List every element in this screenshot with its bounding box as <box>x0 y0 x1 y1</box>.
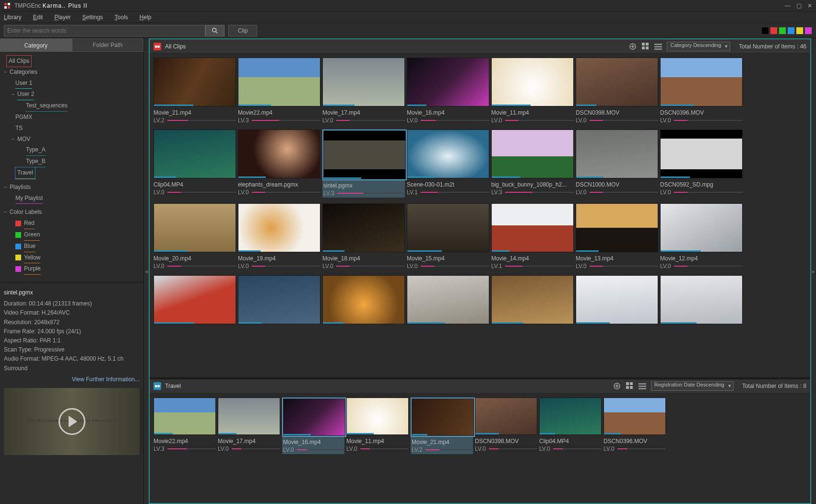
clip-item[interactable]: Movie_16.mp4LV.0 <box>407 58 489 124</box>
clip-thumbnail[interactable] <box>491 58 574 106</box>
clip-item[interactable]: Movie_16.mp4LV.0 <box>282 398 344 454</box>
tree-pgmx[interactable]: PGMX <box>15 112 32 123</box>
left-splitter[interactable]: ◂ <box>144 38 149 504</box>
clip-thumbnail[interactable] <box>491 203 574 252</box>
tree-categories[interactable]: Categories <box>10 67 37 78</box>
clip-thumbnail[interactable] <box>412 399 474 436</box>
tree-user2[interactable]: User 2 <box>17 89 34 100</box>
clip-thumbnail[interactable] <box>238 275 320 324</box>
clip-thumbnail[interactable] <box>238 203 320 252</box>
tree-test-seq[interactable]: Test_sequences <box>26 100 68 112</box>
mode-clip-button[interactable]: Clip <box>228 25 257 36</box>
clip-thumbnail[interactable] <box>322 203 405 252</box>
tree-user1[interactable]: User 1 <box>15 78 32 89</box>
list-view-icon-lower[interactable] <box>639 382 646 390</box>
clip-item[interactable] <box>322 275 405 324</box>
clip-thumbnail[interactable] <box>407 129 489 178</box>
clip-item[interactable]: DSCN0396.MOVLV.0 <box>660 58 743 124</box>
tree-type-b[interactable]: Type_B <box>26 156 46 167</box>
tree-yellow[interactable]: Yellow <box>24 252 40 264</box>
tree-playlists[interactable]: Playlists <box>10 182 31 193</box>
minimize-button[interactable]: — <box>785 2 791 9</box>
clip-item[interactable]: Movie_11.mp4LV.0 <box>346 398 409 454</box>
tree-travel[interactable]: Travel <box>15 167 35 179</box>
clip-thumbnail[interactable] <box>576 58 658 106</box>
menu-library[interactable]: Library <box>4 14 22 21</box>
menu-player[interactable]: Player <box>54 14 71 21</box>
clip-thumbnail[interactable] <box>491 129 574 178</box>
clip-thumbnail[interactable] <box>322 275 405 324</box>
clip-thumbnail[interactable] <box>660 203 743 252</box>
add-button[interactable] <box>628 42 637 51</box>
clip-item[interactable]: Movie_15.mp4LV.0 <box>407 203 489 270</box>
menu-settings[interactable]: Settings <box>82 14 103 21</box>
add-button-lower[interactable] <box>613 382 621 390</box>
clip-thumbnail[interactable] <box>576 203 658 252</box>
clip-item[interactable]: Movie_17.mp4LV.0 <box>322 58 405 124</box>
clip-thumbnail[interactable] <box>603 398 666 435</box>
clip-thumbnail[interactable] <box>475 398 537 435</box>
clip-thumbnail[interactable] <box>322 58 405 106</box>
grid-view-icon-lower[interactable] <box>626 382 634 390</box>
clip-item[interactable]: Movie_19.mp4LV.0 <box>238 203 320 270</box>
clip-item[interactable]: Movie_21.mp4LV.2 <box>154 58 236 124</box>
tree-green[interactable]: Green <box>24 229 40 241</box>
color-filter-0[interactable] <box>761 27 769 35</box>
clip-item[interactable]: big_buck_bunny_1080p_h2...LV.3 <box>491 129 574 198</box>
clip-item[interactable]: Clip04.MP4LV.0 <box>539 398 602 454</box>
right-splitter[interactable]: ▸ <box>811 38 816 504</box>
tree-my-playlist[interactable]: My Playlist <box>15 193 43 204</box>
tab-folder-path[interactable]: Folder Path <box>72 38 144 52</box>
clip-item[interactable]: DSCN0396.MOVLV.0 <box>603 398 666 454</box>
tree-type-a[interactable]: Type_A <box>26 144 46 156</box>
color-filter-4[interactable] <box>796 27 804 35</box>
clip-item[interactable]: elephants_dream.pgmxLV.0 <box>238 129 320 198</box>
tree-purple[interactable]: Purple <box>24 263 41 275</box>
clip-thumbnail[interactable] <box>154 58 236 106</box>
color-filter-3[interactable] <box>787 27 795 35</box>
clip-thumbnail[interactable] <box>539 398 602 435</box>
clip-thumbnail[interactable] <box>238 58 320 106</box>
tree-red[interactable]: Red <box>24 218 35 229</box>
clip-thumbnail[interactable] <box>154 398 216 435</box>
sort-dropdown-upper[interactable]: Category Descending <box>667 42 730 51</box>
clip-item[interactable] <box>407 275 489 324</box>
clip-thumbnail[interactable] <box>576 275 658 324</box>
tab-category[interactable]: Category <box>0 38 72 52</box>
clip-item[interactable]: DSCN0592_SD.mpgLV.0 <box>660 129 743 198</box>
clip-item[interactable] <box>154 275 236 324</box>
clip-thumbnail[interactable] <box>660 129 743 178</box>
search-button[interactable] <box>205 25 225 36</box>
sort-dropdown-lower[interactable]: Registration Date Descending <box>651 381 733 391</box>
clip-thumbnail[interactable] <box>407 203 489 252</box>
maximize-button[interactable]: ▢ <box>796 2 802 9</box>
clip-thumbnail[interactable] <box>660 58 743 106</box>
clip-item[interactable]: Movie_17.mp4LV.0 <box>218 398 280 454</box>
tree-mov[interactable]: MOV <box>17 134 30 145</box>
play-button[interactable] <box>59 408 85 435</box>
clip-thumbnail[interactable] <box>346 398 409 435</box>
clip-item[interactable]: DSCN0398.MOVLV.0 <box>475 398 537 454</box>
color-filter-5[interactable] <box>804 27 812 35</box>
tree-blue[interactable]: Blue <box>24 241 35 252</box>
clip-item[interactable]: Movie22.mp4LV.3 <box>154 398 216 454</box>
clip-item[interactable]: Scene-030-01.m2tLV.1 <box>407 129 489 198</box>
view-further-info-link[interactable]: View Further Information... <box>4 373 140 386</box>
clip-item[interactable]: Movie_18.mp4LV.0 <box>322 203 405 270</box>
clip-thumbnail[interactable] <box>323 130 406 179</box>
tree-color-labels[interactable]: Color Labels <box>10 207 42 218</box>
clip-thumbnail[interactable] <box>218 398 280 435</box>
menu-tools[interactable]: Tools <box>115 14 128 21</box>
clip-thumbnail[interactable] <box>154 129 236 178</box>
color-filter-2[interactable] <box>779 27 786 35</box>
clip-item[interactable]: sintel.pgmxLV.3 <box>322 129 405 198</box>
clip-item[interactable]: Movie_12.mp4LV.0 <box>660 203 743 270</box>
clip-item[interactable]: DSCN0398.MOVLV.0 <box>576 58 658 124</box>
list-view-icon[interactable] <box>654 43 662 50</box>
grid-view-icon[interactable] <box>642 43 650 50</box>
clip-thumbnail[interactable] <box>491 275 574 324</box>
clip-item[interactable]: Movie_14.mp4LV.1 <box>491 203 574 270</box>
clip-thumbnail[interactable] <box>407 275 489 324</box>
tree-all-clips[interactable]: All Clips <box>7 56 31 67</box>
clip-item[interactable]: Movie_20.mp4LV.0 <box>154 203 236 270</box>
